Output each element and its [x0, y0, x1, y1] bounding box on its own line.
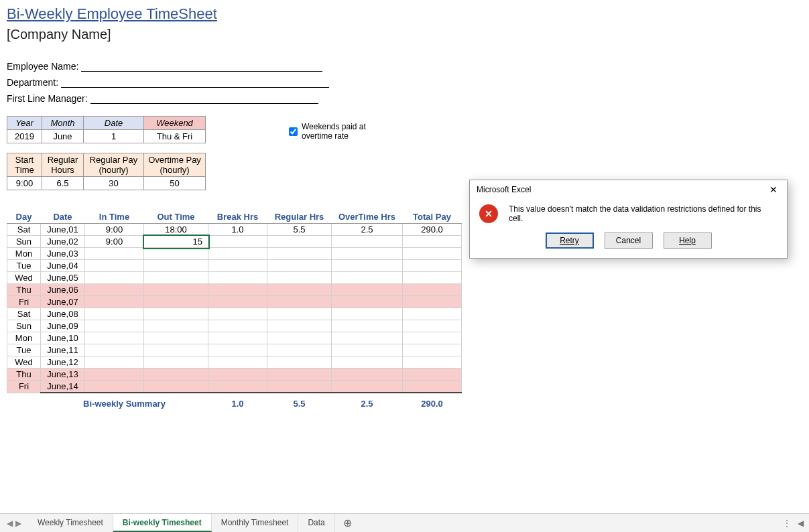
cell-date[interactable]: June,07 [41, 296, 85, 308]
cell-reg[interactable] [267, 344, 332, 356]
cell-reg[interactable] [267, 284, 332, 296]
cell-in[interactable] [85, 272, 144, 284]
cell-out[interactable] [144, 272, 208, 284]
cell-day[interactable]: Tue [7, 260, 41, 272]
dialog-close-button[interactable]: ✕ [767, 184, 780, 195]
cell-day[interactable]: Sat [7, 308, 41, 320]
cell-reg[interactable] [267, 369, 332, 381]
cell-date[interactable]: June,02 [41, 236, 85, 248]
hscroll-options-icon[interactable]: ⋮ [783, 519, 791, 528]
cell-out[interactable] [144, 332, 208, 344]
cell-month[interactable]: June [42, 130, 84, 143]
sheet-tab[interactable]: Data [298, 514, 334, 532]
cell-pay[interactable] [403, 308, 462, 320]
new-sheet-button[interactable]: ⊕ [335, 514, 360, 532]
cell-pay[interactable] [403, 344, 462, 356]
cell-in[interactable] [85, 344, 144, 356]
cell-in[interactable] [85, 356, 144, 369]
cell-break[interactable] [208, 296, 267, 308]
cell-reg[interactable] [267, 236, 332, 248]
cell-pay[interactable] [403, 296, 462, 308]
tab-nav-prev-icon[interactable]: ◀ [7, 519, 13, 528]
sheet-tab[interactable]: Weekly Timesheet [28, 514, 113, 532]
cell-ot[interactable] [332, 381, 403, 393]
cell-day[interactable]: Thu [7, 369, 41, 381]
cell-out[interactable] [144, 308, 208, 320]
cell-break[interactable] [208, 369, 267, 381]
cell-year[interactable]: 2019 [7, 130, 42, 143]
cell-day[interactable]: Sun [7, 236, 41, 248]
cell-ot[interactable] [332, 320, 403, 332]
cell-break[interactable] [208, 272, 267, 284]
cancel-button[interactable]: Cancel [605, 232, 653, 249]
cell-day[interactable]: Wed [7, 272, 41, 284]
cell-pay[interactable] [403, 236, 462, 248]
cell-ot[interactable] [332, 332, 403, 344]
cell-break[interactable] [208, 344, 267, 356]
cell-pay[interactable]: 290.0 [403, 224, 462, 236]
manager-input[interactable] [90, 93, 318, 104]
cell-date[interactable]: 1 [84, 130, 144, 143]
cell-pay[interactable] [403, 369, 462, 381]
cell-out[interactable] [144, 344, 208, 356]
cell-out[interactable] [144, 356, 208, 369]
cell-reg[interactable] [267, 308, 332, 320]
cell-reg[interactable]: 5.5 [267, 224, 332, 236]
cell-ot[interactable] [332, 284, 403, 296]
cell-day[interactable]: Wed [7, 356, 41, 369]
cell-date[interactable]: June,08 [41, 308, 85, 320]
cell-break[interactable] [208, 308, 267, 320]
cell-pay[interactable] [403, 284, 462, 296]
cell-break[interactable] [208, 356, 267, 369]
cell-ot[interactable]: 2.5 [332, 224, 403, 236]
cell-date[interactable]: June,03 [41, 248, 85, 260]
help-button[interactable]: Help [664, 232, 712, 249]
sheet-tab[interactable]: Monthly Timesheet [212, 514, 299, 532]
cell-day[interactable]: Mon [7, 248, 41, 260]
cell-out[interactable] [144, 296, 208, 308]
hscroll-left-icon[interactable]: ◀ [798, 519, 804, 528]
cell-in[interactable]: 9:00 [85, 236, 144, 248]
cell-reghours[interactable]: 6.5 [42, 177, 84, 190]
cell-reg[interactable] [267, 260, 332, 272]
cell-pay[interactable] [403, 320, 462, 332]
cell-out[interactable] [144, 369, 208, 381]
cell-day[interactable]: Fri [7, 381, 41, 393]
cell-date[interactable]: June,05 [41, 272, 85, 284]
cell-break[interactable]: 1.0 [208, 224, 267, 236]
cell-ot[interactable] [332, 369, 403, 381]
cell-in[interactable] [85, 284, 144, 296]
tab-nav-next-icon[interactable]: ▶ [15, 519, 21, 528]
cell-pay[interactable] [403, 332, 462, 344]
cell-start[interactable]: 9:00 [7, 177, 42, 190]
cell-weekend[interactable]: Thu & Fri [144, 130, 206, 143]
cell-in[interactable] [85, 320, 144, 332]
cell-in[interactable] [85, 296, 144, 308]
cell-reg[interactable] [267, 272, 332, 284]
cell-ot[interactable] [332, 296, 403, 308]
cell-ot[interactable] [332, 344, 403, 356]
cell-reg[interactable] [267, 296, 332, 308]
cell-reg[interactable] [267, 332, 332, 344]
cell-date[interactable]: June,14 [41, 381, 85, 393]
cell-pay[interactable] [403, 381, 462, 393]
cell-ot[interactable] [332, 308, 403, 320]
cell-pay[interactable] [403, 272, 462, 284]
cell-out[interactable] [144, 320, 208, 332]
retry-button[interactable]: Retry [546, 232, 594, 249]
cell-out[interactable]: 18:00 [144, 224, 208, 236]
cell-date[interactable]: June,13 [41, 369, 85, 381]
cell-in[interactable] [85, 308, 144, 320]
cell-break[interactable] [208, 332, 267, 344]
cell-pay[interactable] [403, 260, 462, 272]
cell-break[interactable] [208, 320, 267, 332]
cell-date[interactable]: June,12 [41, 356, 85, 369]
cell-in[interactable] [85, 381, 144, 393]
cell-reg[interactable] [267, 248, 332, 260]
cell-ot[interactable] [332, 260, 403, 272]
cell-day[interactable]: Thu [7, 284, 41, 296]
cell-reg[interactable] [267, 356, 332, 369]
cell-date[interactable]: June,09 [41, 320, 85, 332]
cell-break[interactable] [208, 284, 267, 296]
cell-otpay[interactable]: 50 [144, 177, 206, 190]
